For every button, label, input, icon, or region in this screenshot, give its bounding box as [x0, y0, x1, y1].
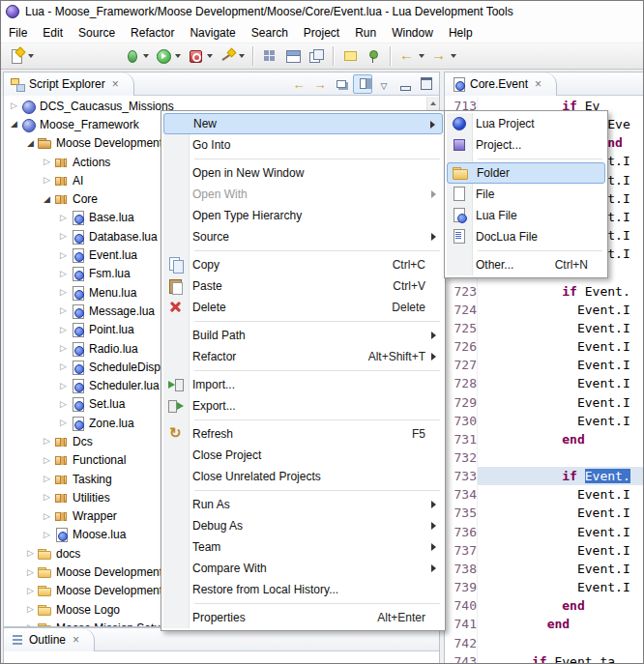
- menubar-run[interactable]: Run: [347, 23, 384, 43]
- close-icon[interactable]: [112, 79, 119, 89]
- new-submenu-item-doclua-file[interactable]: DocLua File: [447, 226, 605, 247]
- pin-editor-button[interactable]: [362, 44, 385, 68]
- code-text[interactable]: Event.I: [478, 541, 643, 560]
- debug-button[interactable]: [120, 44, 152, 68]
- expand-arrow-icon[interactable]: ▷: [24, 568, 37, 577]
- menubar-file[interactable]: File: [1, 23, 35, 43]
- context-menu-item-restore-from-local-history[interactable]: Restore from Local History...: [163, 579, 443, 600]
- code-text[interactable]: Event.I: [478, 412, 643, 430]
- expand-arrow-icon[interactable]: ▷: [41, 158, 53, 166]
- new-submenu-item-file[interactable]: File: [447, 184, 605, 205]
- new-wizard-button[interactable]: [5, 44, 37, 68]
- expand-arrow-icon[interactable]: ▷: [24, 623, 37, 626]
- context-menu-item-import[interactable]: Import...: [163, 374, 443, 395]
- new-editor-button[interactable]: [305, 44, 328, 68]
- line-number[interactable]: 739: [445, 578, 478, 596]
- expand-arrow-icon[interactable]: ▷: [41, 512, 53, 521]
- code-text[interactable]: Event.I: [478, 578, 643, 596]
- expand-arrow-icon[interactable]: ▷: [41, 456, 53, 465]
- expand-arrow-icon[interactable]: ◢: [41, 195, 53, 204]
- view-menu-button[interactable]: [374, 74, 394, 94]
- menubar-help[interactable]: Help: [441, 23, 481, 43]
- tab-core-event[interactable]: Core.Event: [445, 72, 557, 96]
- context-menu-item-go-into[interactable]: Go Into: [163, 134, 443, 156]
- new-submenu-item-project[interactable]: Project...: [447, 134, 605, 156]
- tab-script-explorer[interactable]: Script Explorer: [4, 72, 134, 96]
- line-number[interactable]: 735: [445, 504, 478, 522]
- expand-arrow-icon[interactable]: ▷: [8, 101, 20, 110]
- context-menu-item-paste[interactable]: PasteCtrl+V: [163, 275, 443, 297]
- context-menu-item-build-path[interactable]: Build Path: [163, 325, 443, 346]
- back-button[interactable]: [395, 44, 427, 68]
- code-text[interactable]: [478, 634, 643, 652]
- line-number[interactable]: 726: [445, 337, 478, 356]
- new-submenu-item-folder[interactable]: Folder: [447, 162, 605, 184]
- context-menu-item-debug-as[interactable]: Debug As: [163, 515, 443, 536]
- context-menu-item-open-type-hierarchy[interactable]: Open Type Hierarchy: [163, 205, 443, 226]
- code-text[interactable]: Event.I: [478, 523, 643, 541]
- line-number[interactable]: 742: [445, 634, 478, 652]
- expand-arrow-icon[interactable]: ▷: [57, 214, 70, 222]
- dropdown-caret-icon[interactable]: [239, 54, 245, 58]
- context-menu-item-new[interactable]: New: [163, 113, 443, 134]
- line-number[interactable]: 731: [445, 430, 478, 448]
- view-forward-button[interactable]: [310, 74, 330, 94]
- expand-arrow-icon[interactable]: ▷: [57, 306, 70, 315]
- expand-arrow-icon[interactable]: ▷: [57, 344, 70, 353]
- dropdown-caret-icon[interactable]: [207, 54, 213, 58]
- maximize-button[interactable]: [417, 74, 436, 94]
- link-with-editor-button[interactable]: [353, 74, 372, 94]
- line-number[interactable]: 732: [445, 448, 478, 467]
- expand-arrow-icon[interactable]: ▷: [41, 437, 53, 446]
- context-menu-item-refactor[interactable]: RefactorAlt+Shift+T: [163, 346, 443, 367]
- context-menu-item-open-with[interactable]: Open With: [163, 184, 443, 205]
- line-number[interactable]: 725: [445, 319, 478, 337]
- close-icon[interactable]: [73, 635, 79, 645]
- collapse-all-button[interactable]: [332, 74, 351, 94]
- code-text[interactable]: Event.I: [478, 374, 643, 392]
- code-text[interactable]: end: [478, 430, 643, 448]
- line-number[interactable]: 730: [445, 412, 478, 430]
- expand-arrow-icon[interactable]: ◢: [24, 139, 37, 148]
- dropdown-caret-icon[interactable]: [451, 54, 456, 58]
- code-text[interactable]: end: [478, 615, 643, 633]
- context-menu-item-delete[interactable]: DeleteDelete: [163, 297, 443, 318]
- menubar-window[interactable]: Window: [384, 23, 441, 43]
- line-number[interactable]: 729: [445, 393, 478, 412]
- code-text[interactable]: Event.I: [478, 301, 643, 319]
- menubar-source[interactable]: Source: [71, 23, 123, 43]
- code-text[interactable]: end: [478, 596, 643, 615]
- expand-arrow-icon[interactable]: ▷: [57, 232, 70, 241]
- tab-outline[interactable]: Outline: [4, 628, 95, 651]
- minimize-button[interactable]: [395, 74, 415, 94]
- dropdown-caret-icon[interactable]: [175, 54, 181, 58]
- expand-arrow-icon[interactable]: ▷: [57, 288, 70, 297]
- dropdown-caret-icon[interactable]: [143, 54, 149, 58]
- expand-arrow-icon[interactable]: ▷: [41, 493, 53, 502]
- code-text[interactable]: if Event.: [478, 282, 643, 301]
- scroll-up-icon[interactable]: [427, 97, 439, 110]
- external-tools-button[interactable]: [184, 44, 216, 68]
- line-number[interactable]: 727: [445, 356, 478, 374]
- line-number[interactable]: 738: [445, 560, 478, 578]
- menubar-search[interactable]: Search: [244, 23, 296, 43]
- line-number[interactable]: 734: [445, 485, 478, 504]
- context-menu-item-open-in-new-window[interactable]: Open in New Window: [163, 162, 443, 184]
- context-menu-item-close-project[interactable]: Close Project: [163, 445, 443, 466]
- menubar-edit[interactable]: Edit: [35, 23, 71, 43]
- menubar-project[interactable]: Project: [296, 23, 347, 43]
- expand-arrow-icon[interactable]: ▷: [24, 549, 37, 558]
- new-submenu-item-lua-project[interactable]: Lua Project: [447, 113, 605, 134]
- code-text[interactable]: Event.I: [478, 485, 643, 504]
- line-number[interactable]: 743: [445, 652, 478, 664]
- code-text[interactable]: Event.I: [478, 560, 643, 578]
- line-number[interactable]: 723: [445, 282, 478, 301]
- expand-arrow-icon[interactable]: ▷: [57, 362, 70, 371]
- code-text[interactable]: if Event.ta: [478, 652, 643, 664]
- forward-button[interactable]: [427, 44, 459, 68]
- context-menu-item-compare-with[interactable]: Compare With: [163, 558, 443, 579]
- close-icon[interactable]: [535, 79, 542, 89]
- context-menu-item-properties[interactable]: PropertiesAlt+Enter: [163, 607, 443, 628]
- code-text[interactable]: [478, 448, 643, 467]
- menubar-refactor[interactable]: Refactor: [123, 23, 182, 43]
